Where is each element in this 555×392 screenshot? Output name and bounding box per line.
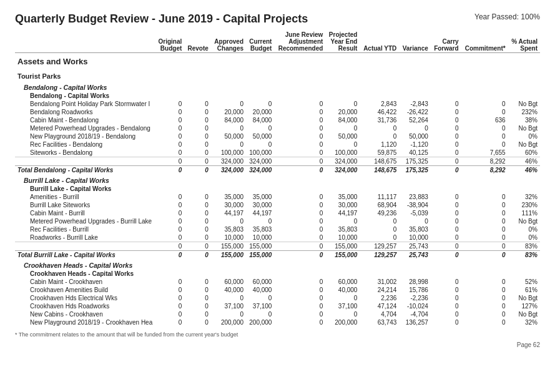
approved-changes: 200,000 (211, 318, 246, 326)
col-header-approved-changes: ApprovedChanges (211, 31, 246, 53)
approved-changes: 40,000 (211, 286, 246, 294)
original-budget: 0 (155, 201, 184, 209)
table-row: Cabin Maint - Bendalong 0 0 84,000 84,00… (15, 116, 540, 124)
projected-year-end: 35,803 (325, 225, 360, 233)
variance: -10,024 (399, 302, 431, 310)
june-review: 0 (274, 318, 325, 326)
june-review: 0 (274, 116, 325, 124)
actual-spent: No Bgt (508, 310, 540, 318)
total-name: Total Bendalong - Capital Works (15, 166, 155, 175)
actual-spent: 0% (508, 225, 540, 233)
original-budget: 0 (155, 225, 184, 233)
carry-forward: 0 (431, 116, 461, 124)
table-row: Crookhaven Hds Electrical Wks 0 0 0 0 0 … (15, 294, 540, 302)
actual-spent: 127% (508, 302, 540, 310)
actual-ytd: 68,904 (360, 201, 399, 209)
projected-year-end: 0 (325, 140, 360, 149)
actual-ytd: 47,124 (360, 302, 399, 310)
col-header-commitment: Commitment* (461, 31, 508, 53)
carry-forward: 0 (431, 318, 461, 326)
table-row: Cabin Maint - Crookhaven 0 0 60,000 60,0… (15, 278, 540, 286)
june-review: 0 (274, 149, 325, 157)
revote: 0 (184, 149, 211, 157)
revote: 0 (184, 108, 211, 116)
actual-ytd: 59,875 (360, 149, 399, 157)
subtotal-name (15, 242, 155, 251)
col-header-projected: ProjectedYear EndResult (325, 31, 360, 53)
actual-spent: 60% (508, 149, 540, 157)
june-review: 0 (274, 217, 325, 225)
current-budget: 35,000 (246, 193, 274, 201)
commitment: 0 (461, 124, 508, 132)
col-header-june-review: June ReviewAdjustmentRecommended (274, 31, 325, 53)
page-number: Page 62 (15, 341, 540, 348)
carry-forward: 0 (431, 132, 461, 140)
actual-ytd: 2,236 (360, 294, 399, 302)
current-budget: 0 (246, 140, 274, 149)
projected-year-end: 35,000 (325, 193, 360, 201)
revote: 0 (184, 278, 211, 286)
revote: 0 (184, 132, 211, 140)
projected-year-end: 0 (325, 217, 360, 225)
june-review: 0 (274, 302, 325, 310)
row-name: Crookhaven Amenities Build (15, 286, 155, 294)
original-budget: 0 (155, 149, 184, 157)
original-budget: 0 (155, 310, 184, 318)
original-budget: 0 (155, 286, 184, 294)
june-review: 0 (274, 233, 325, 242)
table-row: Crookhaven Hds Roadworks 0 0 37,100 37,1… (15, 302, 540, 310)
variance: -4,704 (399, 310, 431, 318)
june-review: 0 (274, 193, 325, 201)
revote: 0 (184, 294, 211, 302)
row-name: Cabin Maint - Burrill (15, 209, 155, 217)
original-budget: 0 (155, 209, 184, 217)
table-row: Metered Powerhead Upgrades - Burrill Lak… (15, 217, 540, 225)
current-budget: 84,000 (246, 116, 274, 124)
row-name: Bendalong Point Holiday Park Stormwater … (15, 100, 155, 108)
original-budget: 0 (155, 132, 184, 140)
carry-forward: 0 (431, 302, 461, 310)
actual-ytd: 11,117 (360, 193, 399, 201)
approved-changes: 35,000 (211, 193, 246, 201)
current-budget: 100,000 (246, 149, 274, 157)
current-budget: 0 (246, 310, 274, 318)
commitment: 0 (461, 100, 508, 108)
main-table: OriginalBudget Revote ApprovedChanges Cu… (15, 31, 540, 326)
actual-spent: 61% (508, 286, 540, 294)
projected-year-end: 44,197 (325, 209, 360, 217)
row-name: Metered Powerhead Upgrades - Bendalong (15, 124, 155, 132)
actual-ytd: 0 (360, 225, 399, 233)
june-review: 0 (274, 294, 325, 302)
current-budget: 35,803 (246, 225, 274, 233)
carry-forward: 0 (431, 310, 461, 318)
footer-note: * The commitment relates to the amount t… (15, 331, 540, 338)
row-name: Cabin Maint - Bendalong (15, 116, 155, 124)
original-budget: 0 (155, 302, 184, 310)
col-header-variance: Variance (399, 31, 431, 53)
june-review: 0 (274, 209, 325, 217)
original-budget: 0 (155, 140, 184, 149)
variance: -5,039 (399, 209, 431, 217)
carry-forward: 0 (431, 286, 461, 294)
approved-changes: 0 (211, 100, 246, 108)
june-review: 0 (274, 124, 325, 132)
subtotal-row: 0 0 324,000 324,000 0 324,000 148,675 17… (15, 157, 540, 166)
row-name: Metered Powerhead Upgrades - Burrill Lak… (15, 217, 155, 225)
june-review: 0 (274, 100, 325, 108)
actual-spent: 38% (508, 116, 540, 124)
projected-year-end: 0 (325, 124, 360, 132)
table-row: New Playground 2018/19 - Crookhaven Hea … (15, 318, 540, 326)
original-budget: 0 (155, 278, 184, 286)
variance: 40,125 (399, 149, 431, 157)
approved-changes: 50,000 (211, 132, 246, 140)
revote: 0 (184, 201, 211, 209)
variance: 15,786 (399, 286, 431, 294)
revote: 0 (184, 225, 211, 233)
year-passed: Year Passed: 100% (474, 12, 540, 21)
approved-changes: 100,000 (211, 149, 246, 157)
carry-forward: 0 (431, 108, 461, 116)
table-row: Rec Facilities - Burrill 0 0 35,803 35,8… (15, 225, 540, 233)
row-name: Roadworks - Burrill Lake (15, 233, 155, 242)
total-row: Total Burrill Lake - Capital Works 0 0 1… (15, 251, 540, 260)
actual-spent: No Bgt (508, 294, 540, 302)
